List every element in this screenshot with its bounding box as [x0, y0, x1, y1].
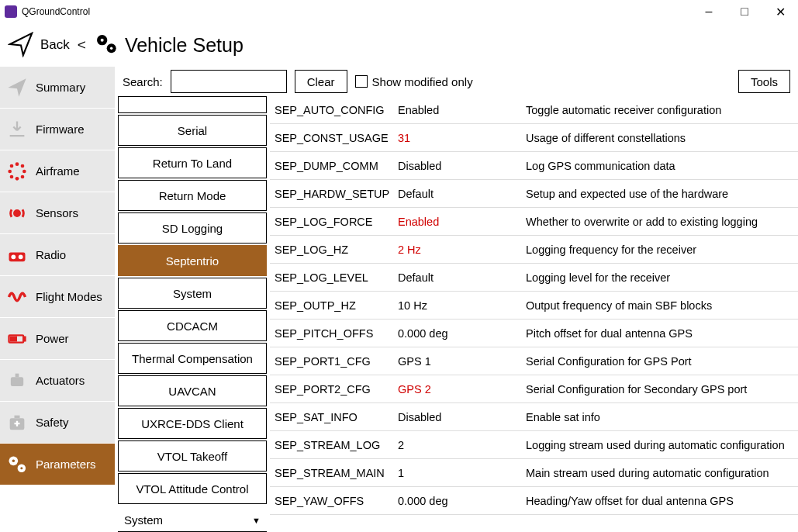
- param-description: Whether to overwrite or add to existing …: [526, 216, 798, 228]
- parameter-table: SEP_AUTO_CONFIGEnabledToggle automatic r…: [270, 96, 798, 532]
- param-value: Default: [398, 188, 526, 200]
- param-name: SEP_AUTO_CONFIG: [270, 104, 398, 116]
- svg-point-14: [11, 254, 16, 259]
- param-row[interactable]: SEP_DUMP_COMMDisabledLog GPS communicati…: [270, 152, 798, 180]
- param-value: 0.000 deg: [398, 495, 526, 507]
- param-name: SEP_YAW_OFFS: [270, 495, 398, 507]
- sidebar-item-label: Actuators: [36, 374, 85, 387]
- system-dropdown[interactable]: System▼: [118, 509, 267, 532]
- svg-point-7: [8, 169, 12, 173]
- param-description: Pitch offset for dual antenna GPS: [526, 327, 798, 340]
- param-row[interactable]: SEP_PORT1_CFGGPS 1Serial Configuration f…: [270, 347, 798, 375]
- group-item-vtol-takeoff[interactable]: VTOL Takeoff: [118, 440, 267, 472]
- param-row[interactable]: SEP_LOG_LEVELDefaultLogging level for th…: [270, 264, 798, 292]
- toolbar: Search: Clear Show modified only Tools: [115, 67, 798, 96]
- param-name: SEP_STREAM_LOG: [270, 439, 398, 451]
- plane-icon: [8, 31, 34, 60]
- page-title: Vehicle Setup: [125, 34, 244, 57]
- sidebar-item-label: Safety: [36, 416, 69, 429]
- param-value: GPS 1: [398, 355, 526, 368]
- svg-point-3: [110, 47, 112, 49]
- param-value: Enabled: [398, 104, 526, 116]
- group-item-septentrio[interactable]: Septentrio: [118, 245, 267, 276]
- param-row[interactable]: SEP_YAW_OFFS0.000 degHeading/Yaw offset …: [270, 487, 798, 515]
- sidebar-item-parameters[interactable]: Parameters: [0, 444, 115, 485]
- svg-rect-17: [23, 337, 25, 340]
- group-item-return-mode[interactable]: Return Mode: [118, 180, 267, 211]
- param-name: SEP_SAT_INFO: [270, 411, 398, 423]
- show-modified-checkbox[interactable]: Show modified only: [355, 75, 473, 88]
- sidebar-item-label: Summary: [36, 81, 85, 94]
- plane-icon: [6, 77, 28, 98]
- close-button[interactable]: ✕: [762, 0, 798, 23]
- param-row[interactable]: SEP_PITCH_OFFS0.000 degPitch offset for …: [270, 320, 798, 347]
- param-name: SEP_PORT1_CFG: [270, 355, 398, 368]
- param-description: Log GPS communication data: [526, 160, 798, 172]
- group-item-sd-logging[interactable]: SD Logging: [118, 212, 267, 244]
- download-icon: [6, 119, 28, 140]
- search-input[interactable]: [171, 70, 287, 93]
- svg-rect-18: [11, 337, 16, 340]
- group-item-serial[interactable]: Serial: [118, 115, 267, 146]
- sidebar-item-label: Sensors: [36, 206, 78, 219]
- group-item-uxrce-dds-client[interactable]: UXRCE-DDS Client: [118, 408, 267, 439]
- param-row[interactable]: SEP_LOG_FORCEEnabledWhether to overwrite…: [270, 208, 798, 236]
- maximize-button[interactable]: □: [727, 0, 762, 23]
- param-row[interactable]: SEP_STREAM_LOG2Logging stream used durin…: [270, 431, 798, 459]
- sidebar-item-firmware[interactable]: Firmware: [0, 109, 115, 150]
- svg-point-6: [21, 164, 25, 168]
- param-value: 31: [398, 132, 526, 144]
- group-item-return-to-land[interactable]: Return To Land: [118, 147, 267, 178]
- svg-point-11: [16, 177, 19, 181]
- group-item-vtol-attitude-control[interactable]: VTOL Attitude Control: [118, 473, 267, 504]
- param-value: GPS 2: [398, 383, 526, 396]
- sidebar-item-flight-modes[interactable]: Flight Modes: [0, 276, 115, 317]
- svg-point-15: [19, 254, 23, 259]
- param-row[interactable]: SEP_CONST_USAGE31Usage of different cons…: [270, 124, 798, 152]
- param-row[interactable]: SEP_HARDW_SETUPDefaultSetup and expected…: [270, 180, 798, 208]
- sidebar-item-actuators[interactable]: Actuators: [0, 360, 115, 401]
- minimize-button[interactable]: –: [691, 0, 727, 23]
- sidebar-item-airframe[interactable]: Airframe: [0, 150, 115, 192]
- sidebar-item-label: Parameters: [36, 458, 96, 471]
- param-name: SEP_HARDW_SETUP: [270, 188, 398, 200]
- svg-rect-22: [15, 415, 20, 418]
- group-item-cdcacm[interactable]: CDCACM: [118, 310, 267, 341]
- clear-button[interactable]: Clear: [295, 70, 347, 93]
- system-dropdown-label: System: [124, 513, 163, 527]
- param-row[interactable]: SEP_AUTO_CONFIGEnabledToggle automatic r…: [270, 96, 798, 124]
- dots-icon: [6, 161, 28, 182]
- group-item-thermal-compensation[interactable]: Thermal Compensation: [118, 343, 267, 374]
- radio-icon: [6, 244, 28, 266]
- svg-point-10: [21, 174, 25, 178]
- param-name: SEP_PITCH_OFFS: [270, 327, 398, 340]
- back-button[interactable]: Back: [40, 37, 70, 53]
- sidebar-item-radio[interactable]: Radio: [0, 234, 115, 275]
- wave-icon: [6, 286, 28, 308]
- group-item-head[interactable]: [118, 96, 267, 113]
- param-row[interactable]: SEP_SAT_INFODisabledEnable sat info: [270, 403, 798, 431]
- sidebar-item-label: Power: [36, 332, 69, 345]
- param-value: 0.000 deg: [398, 327, 526, 340]
- param-row[interactable]: SEP_LOG_HZ2 HzLogging frequency for the …: [270, 236, 798, 264]
- sidebar-item-summary[interactable]: Summary: [0, 67, 115, 108]
- group-item-uavcan[interactable]: UAVCAN: [118, 375, 267, 406]
- param-name: SEP_STREAM_MAIN: [270, 467, 398, 479]
- param-value: 2 Hz: [398, 244, 526, 256]
- param-row[interactable]: SEP_STREAM_MAIN1Main stream used during …: [270, 459, 798, 487]
- param-description: Logging stream used during automatic con…: [526, 439, 798, 451]
- sidebar-item-label: Firmware: [36, 123, 85, 136]
- tools-button[interactable]: Tools: [738, 70, 790, 93]
- param-name: SEP_OUTP_HZ: [270, 299, 398, 312]
- sidebar-item-sensors[interactable]: Sensors: [0, 192, 115, 233]
- checkbox-icon: [355, 75, 368, 88]
- param-description: Output frequency of main SBF blocks: [526, 299, 798, 312]
- param-row[interactable]: SEP_PORT2_CFGGPS 2Serial Configuration f…: [270, 375, 798, 403]
- gears-icon: [6, 454, 28, 475]
- robot-icon: [6, 370, 28, 392]
- param-name: SEP_CONST_USAGE: [270, 132, 398, 144]
- param-row[interactable]: SEP_OUTP_HZ10 HzOutput frequency of main…: [270, 292, 798, 320]
- sidebar-item-power[interactable]: Power: [0, 318, 115, 359]
- group-item-system[interactable]: System: [118, 278, 267, 309]
- sidebar-item-safety[interactable]: Safety: [0, 402, 115, 443]
